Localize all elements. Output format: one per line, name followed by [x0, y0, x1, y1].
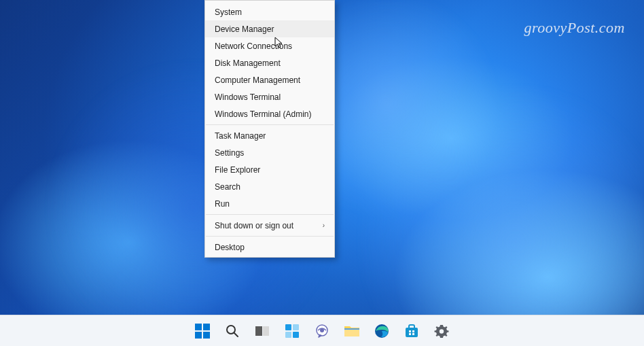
edge-button[interactable]	[369, 318, 395, 344]
svg-rect-7	[263, 326, 269, 336]
menu-item-desktop[interactable]: Desktop	[205, 239, 334, 256]
menu-item-label: Settings	[215, 149, 244, 157]
widgets-icon	[285, 324, 300, 339]
svg-rect-20	[409, 333, 411, 335]
svg-rect-18	[409, 330, 411, 332]
menu-item-search[interactable]: Search	[205, 178, 334, 195]
svg-rect-14	[344, 330, 359, 336]
menu-item-label: Desktop	[215, 243, 245, 252]
menu-item-device-manager[interactable]: Device Manager	[205, 20, 334, 37]
start-button[interactable]	[190, 318, 215, 344]
svg-rect-10	[285, 332, 291, 338]
svg-rect-1	[203, 324, 210, 330]
menu-item-windows-terminal-admin[interactable]: Windows Terminal (Admin)	[205, 105, 334, 122]
menu-separator	[206, 214, 334, 215]
svg-rect-15	[344, 328, 359, 330]
menu-item-label: Task Manager	[215, 132, 266, 140]
search-button[interactable]	[219, 318, 245, 344]
svg-point-13	[320, 328, 324, 332]
svg-rect-6	[255, 326, 262, 336]
menu-item-label: Run	[215, 200, 230, 208]
menu-item-label: File Explorer	[215, 166, 260, 174]
svg-rect-9	[293, 324, 299, 330]
menu-item-label: Windows Terminal (Admin)	[215, 110, 311, 118]
menu-item-file-explorer[interactable]: File Explorer	[205, 161, 334, 178]
svg-rect-2	[195, 332, 202, 339]
menu-item-disk-management[interactable]: Disk Management	[205, 54, 334, 71]
menu-item-label: Device Manager	[215, 25, 274, 33]
menu-item-label: Disk Management	[215, 59, 281, 67]
menu-item-label: Computer Management	[215, 76, 300, 84]
svg-rect-19	[412, 330, 414, 332]
menu-separator	[206, 124, 334, 125]
store-button[interactable]	[399, 318, 425, 344]
svg-point-4	[227, 326, 235, 334]
search-icon	[225, 324, 240, 339]
svg-point-22	[440, 329, 444, 333]
menu-item-label: System	[215, 8, 242, 16]
menu-separator	[206, 236, 334, 237]
winx-context-menu: SystemDevice ManagerNetwork ConnectionsD…	[204, 0, 335, 258]
menu-item-label: Search	[215, 183, 240, 191]
menu-item-computer-management[interactable]: Computer Management	[205, 71, 334, 88]
menu-item-run[interactable]: Run	[205, 195, 334, 212]
chat-button[interactable]	[309, 318, 335, 344]
menu-item-shut-down-or-sign-out[interactable]: Shut down or sign out›	[205, 217, 334, 234]
menu-item-label: Windows Terminal	[215, 93, 281, 101]
gear-icon	[434, 324, 449, 339]
menu-item-network-connections[interactable]: Network Connections	[205, 37, 334, 54]
svg-line-5	[234, 333, 238, 336]
menu-item-system[interactable]: System	[205, 3, 334, 20]
menu-item-label: Shut down or sign out	[215, 222, 293, 230]
folder-icon	[344, 324, 360, 338]
task-view-icon	[255, 324, 270, 338]
chevron-right-icon: ›	[323, 222, 325, 229]
svg-rect-17	[406, 328, 418, 337]
edge-icon	[374, 324, 389, 339]
menu-item-settings[interactable]: Settings	[205, 144, 334, 161]
svg-rect-11	[293, 332, 299, 338]
chat-icon	[315, 324, 329, 339]
svg-rect-3	[203, 332, 210, 339]
svg-rect-0	[195, 324, 202, 330]
taskbar	[0, 315, 644, 346]
menu-item-windows-terminal[interactable]: Windows Terminal	[205, 88, 334, 105]
svg-rect-21	[412, 333, 414, 335]
task-view-button[interactable]	[249, 318, 275, 344]
file-explorer-button[interactable]	[339, 318, 365, 344]
settings-button[interactable]	[429, 318, 454, 344]
svg-rect-8	[285, 324, 291, 330]
menu-item-task-manager[interactable]: Task Manager	[205, 127, 334, 144]
widgets-button[interactable]	[279, 318, 305, 344]
menu-item-label: Network Connections	[215, 42, 292, 50]
windows-start-icon	[195, 324, 210, 339]
store-icon	[404, 324, 419, 339]
